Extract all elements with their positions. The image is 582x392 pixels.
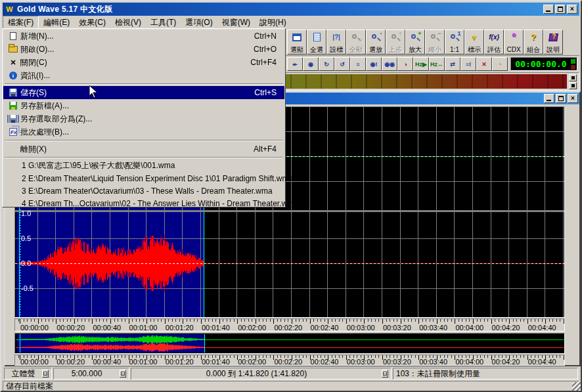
resample-icon[interactable]: Hz↔ — [429, 57, 445, 71]
menu-window[interactable]: 視窗(W) — [217, 16, 255, 29]
goldwave-main-window: W Gold Wave 5.17 中文化版 × 檔案(F) 編輯(E) 效果(C… — [0, 0, 582, 392]
time-icon[interactable]: ◔ — [492, 57, 508, 71]
time-tick-label: 00:02:40 — [311, 358, 339, 366]
recent-file-1[interactable]: 1 G:\民富志工\95上\猴子大戲\配樂\001.wma — [3, 160, 284, 172]
open-folder-icon — [9, 46, 18, 53]
pan-effect-icon[interactable]: ◑ — [397, 57, 413, 71]
length-menu-button[interactable] — [120, 370, 126, 378]
time-tick-label: 00:01:20 — [166, 324, 194, 332]
window-title: Gold Wave 5.17 中文化版 — [17, 4, 542, 15]
drop-marker-button[interactable]: ▼標示 — [464, 30, 484, 54]
zoom-previous-button: ↑上步 — [386, 30, 405, 54]
save-floppy-icon — [9, 89, 17, 97]
stereo-knobs-icon[interactable]: ◉◉ — [382, 57, 397, 71]
volume-shape-icon[interactable]: ≡! — [460, 57, 476, 71]
recent-file-2[interactable]: 2 E:\Dream Theater\Liquid Tension Experi… — [3, 172, 284, 185]
flange-effect-icon[interactable]: ↺ — [334, 57, 350, 71]
zoom-1to1-button[interactable]: 11:1 — [445, 30, 464, 54]
selection-segment[interactable]: 0.000 到 1:41.820 (1:41.820) — [131, 368, 392, 380]
zoom-selection-button[interactable]: ▫選放 — [366, 30, 386, 54]
minimize-button[interactable] — [543, 5, 554, 14]
set-marker-icon: |?| — [332, 33, 340, 41]
menu-item-save-selection[interactable]: 另存選取部分爲(Z)... — [3, 112, 284, 125]
menu-item-new[interactable]: 新增(N)...Ctrl+N — [3, 30, 284, 43]
sound-close-button[interactable]: × — [568, 94, 578, 103]
channel-mode: 立體聲 — [7, 368, 39, 380]
menu-item-exit[interactable]: 離開(X)Alt+F4 — [3, 142, 284, 156]
time-ruler[interactable]: 00:00:0000:00:2000:00:4000:01:0000:01:20… — [14, 318, 565, 332]
menu-item-open[interactable]: 開啟(O)...Ctrl+O — [3, 43, 284, 56]
maximize-button[interactable] — [555, 5, 566, 14]
maximize-icon — [558, 96, 564, 101]
menu-view[interactable]: 檢視(V) — [110, 16, 146, 29]
selection-view-button[interactable]: 選顯 — [287, 30, 307, 54]
menu-item-save-as[interactable]: 另存新檔(A)... — [3, 99, 284, 112]
zoom-1to1-icon: 1 — [450, 33, 460, 42]
cdx-button[interactable]: *CDX — [504, 30, 524, 54]
overview-time-ruler[interactable]: 00:00:0000:00:2000:00:4000:01:0000:01:20… — [14, 355, 565, 366]
info-icon: i — [9, 72, 17, 79]
total-length: 5:00.000 — [56, 369, 117, 378]
zoom-in-button[interactable]: +放大 — [405, 30, 425, 54]
equalizer-effect-icon[interactable]: ≡ — [350, 57, 366, 71]
menu-item-batch[interactable]: Fx批次處理(B)... — [3, 125, 284, 139]
gradient-up-button[interactable] — [569, 74, 577, 81]
playback-rate-icon[interactable]: Hz▶ — [413, 57, 429, 71]
time-tick-label: 00:02:20 — [274, 358, 302, 366]
doppler-effect-icon[interactable]: ↻ — [319, 57, 334, 71]
recent-file-3[interactable]: 3 E:\Dream Theater\Octavarium\03 - These… — [3, 185, 284, 197]
time-tick-label: 00:04:40 — [528, 358, 556, 366]
menu-file[interactable]: 檔案(F) — [3, 16, 39, 30]
goldwave-logo-icon[interactable]: W — [5, 5, 14, 14]
help-button[interactable]: ?說明 — [543, 30, 563, 54]
set-marker-button[interactable]: |?|設標 — [326, 30, 346, 54]
menu-tools[interactable]: 工具(T) — [146, 16, 181, 29]
mute-icon[interactable]: ✕ — [476, 57, 492, 71]
expression-evaluator-button[interactable]: f(x)評估 — [484, 30, 504, 54]
sound-minimize-button[interactable] — [544, 94, 554, 103]
minimize-icon — [546, 11, 550, 12]
hint-text: 儲存目前檔案 — [6, 381, 53, 392]
time-tick-label: 00:01:40 — [202, 358, 230, 366]
amplitude-label: -0.5 — [21, 284, 34, 292]
dynamics-effect-icon[interactable]: ◉! — [366, 57, 382, 71]
channel-mode-menu-button[interactable] — [42, 370, 49, 378]
save-as-floppy-icon — [9, 102, 17, 110]
close-x-icon: ✕ — [10, 58, 16, 67]
select-all-button[interactable]: 全選 — [307, 30, 326, 54]
batch-process-icon: Fx — [9, 128, 17, 136]
menu-item-save[interactable]: 儲存(S)Ctrl+S — [3, 86, 284, 99]
title-bar[interactable]: W Gold Wave 5.17 中文化版 × — [3, 3, 579, 16]
menu-item-info[interactable]: i資訊(I)... — [3, 69, 284, 82]
gradient-down-button[interactable] — [569, 82, 577, 89]
record-ready-led — [571, 59, 575, 64]
menu-item-close[interactable]: ✕關閉(C)Ctrl+F4 — [3, 56, 284, 69]
menu-effects[interactable]: 效果(C) — [74, 16, 110, 29]
knob-effect-icon[interactable]: ◉ — [303, 57, 319, 71]
menu-help[interactable]: 說明(H) — [255, 16, 291, 29]
select-all-icon — [313, 33, 321, 41]
close-button[interactable]: × — [567, 5, 577, 14]
time-tick-label: 00:01:00 — [129, 324, 158, 332]
preset-button[interactable]: ?組合 — [524, 30, 543, 54]
resize-grip[interactable] — [572, 382, 581, 391]
length-segment[interactable]: 5:00.000 — [53, 368, 129, 380]
channel-mode-segment[interactable]: 立體聲 — [4, 368, 52, 380]
expression-evaluator-icon: f(x) — [489, 33, 499, 41]
menu-edit[interactable]: 編輯(E) — [39, 16, 74, 29]
sound-maximize-button[interactable] — [556, 94, 566, 103]
overview-canvas[interactable] — [16, 334, 564, 353]
time-tick-label: 00:00:20 — [56, 324, 85, 332]
selection-menu-button[interactable] — [382, 370, 388, 378]
channel-swap-icon[interactable]: ⇄ — [445, 57, 460, 71]
minimize-icon — [547, 100, 551, 101]
overview-strip[interactable] — [14, 333, 565, 354]
recent-file-4[interactable]: 4 E:\Dream Th...Octavarium\02 - The Answ… — [3, 197, 284, 209]
amplitude-label: 0.0 — [21, 259, 31, 267]
hint-bar: 儲存目前檔案 — [3, 381, 579, 392]
major-ticks — [15, 319, 564, 324]
time-tick-label: 00:00:40 — [93, 358, 121, 366]
menu-options[interactable]: 選項(O) — [181, 16, 217, 29]
device-controls-icon[interactable]: ↞ — [287, 57, 303, 71]
time-tick-label: 00:01:20 — [166, 358, 194, 366]
